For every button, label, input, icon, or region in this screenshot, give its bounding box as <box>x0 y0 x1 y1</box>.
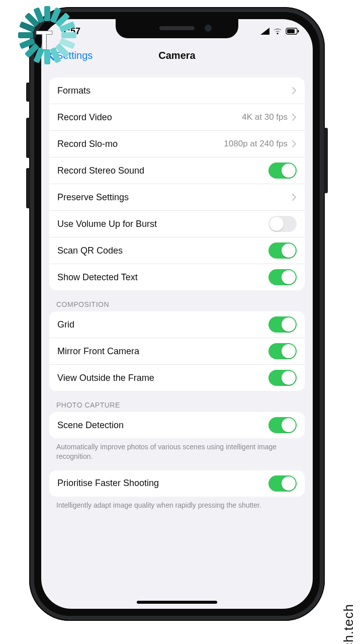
toggle-grid[interactable] <box>268 316 297 333</box>
phone-switch-mute <box>26 83 30 102</box>
row-volume-burst: Use Volume Up for Burst <box>49 210 305 237</box>
row-record-slomo[interactable]: Record Slo-mo 1080p at 240 fps <box>49 130 305 157</box>
section-header-composition: Composition <box>49 290 305 311</box>
row-record-stereo: Record Stereo Sound <box>49 157 305 184</box>
home-indicator[interactable] <box>137 601 217 604</box>
row-label: View Outside the Frame <box>57 373 154 383</box>
chevron-left-icon <box>47 50 55 61</box>
chevron-right-icon <box>292 113 297 121</box>
footer-scene-detection: Automatically improve photos of various … <box>49 438 305 461</box>
phone-frame: 7:57 Settings Camera <box>29 7 325 621</box>
row-label: Scan QR Codes <box>57 246 123 256</box>
back-button[interactable]: Settings <box>47 50 93 61</box>
toggle-prioritise-shooting[interactable] <box>268 475 297 492</box>
section-header-photo-capture: Photo Capture <box>49 391 305 412</box>
row-label: Mirror Front Camera <box>57 346 139 357</box>
row-label: Record Stereo Sound <box>57 166 144 176</box>
watermark-text: www.techietech.tech <box>342 604 355 644</box>
cellular-icon <box>260 28 269 35</box>
chevron-right-icon <box>292 87 297 95</box>
back-label: Settings <box>56 50 93 61</box>
svg-rect-1 <box>287 29 295 33</box>
row-label: Record Video <box>57 112 112 123</box>
row-prioritise-shooting: Prioritise Faster Shooting <box>49 470 305 497</box>
row-scene-detection: Scene Detection <box>49 412 305 438</box>
row-view-outside: View Outside the Frame <box>49 364 305 391</box>
footer-prioritise-shooting: Intelligently adapt image quality when r… <box>49 497 305 510</box>
toggle-scene-detection[interactable] <box>268 417 297 433</box>
wifi-icon <box>273 28 283 35</box>
toggle-mirror-front[interactable] <box>268 343 297 359</box>
row-label: Use Volume Up for Burst <box>57 219 157 229</box>
row-mirror-front: Mirror Front Camera <box>49 338 305 364</box>
row-label: Preserve Settings <box>57 192 129 203</box>
chevron-right-icon <box>292 140 297 148</box>
phone-screen: 7:57 Settings Camera <box>41 19 313 609</box>
svg-rect-2 <box>298 30 299 33</box>
toggle-view-outside[interactable] <box>268 370 297 386</box>
phone-volume-down <box>26 168 30 208</box>
battery-icon <box>286 28 300 35</box>
row-formats[interactable]: Formats <box>49 77 305 104</box>
toggle-volume-burst[interactable] <box>268 216 297 232</box>
phone-volume-up <box>26 118 30 158</box>
scene-detection-group: Scene Detection <box>49 412 305 438</box>
row-record-video[interactable]: Record Video 4K at 30 fps <box>49 104 305 130</box>
settings-content[interactable]: Formats Record Video 4K at 30 fps Record… <box>41 67 313 609</box>
prioritise-group: Prioritise Faster Shooting <box>49 470 305 497</box>
row-label: Scene Detection <box>57 420 124 431</box>
toggle-detected-text[interactable] <box>268 269 297 285</box>
status-time: 7:57 <box>62 26 80 37</box>
nav-bar: Settings Camera <box>41 43 313 69</box>
chevron-right-icon <box>292 193 297 201</box>
status-bar: 7:57 <box>41 19 313 43</box>
phone-power-button <box>324 128 328 193</box>
row-label: Record Slo-mo <box>57 139 118 149</box>
row-scan-qr: Scan QR Codes <box>49 237 305 264</box>
row-label: Prioritise Faster Shooting <box>57 478 159 489</box>
row-value: 1080p at 240 fps <box>224 139 288 149</box>
composition-group: Grid Mirror Front Camera View Outside th… <box>49 311 305 391</box>
row-label: Grid <box>57 319 74 330</box>
toggle-stereo-sound[interactable] <box>268 163 297 179</box>
row-preserve-settings[interactable]: Preserve Settings <box>49 184 305 210</box>
row-label: Formats <box>57 86 90 96</box>
row-grid: Grid <box>49 311 305 338</box>
row-value: 4K at 30 fps <box>242 112 288 122</box>
row-label: Show Detected Text <box>57 272 138 283</box>
camera-main-group: Formats Record Video 4K at 30 fps Record… <box>49 77 305 290</box>
toggle-scan-qr[interactable] <box>268 243 297 259</box>
row-detected-text: Show Detected Text <box>49 264 305 290</box>
